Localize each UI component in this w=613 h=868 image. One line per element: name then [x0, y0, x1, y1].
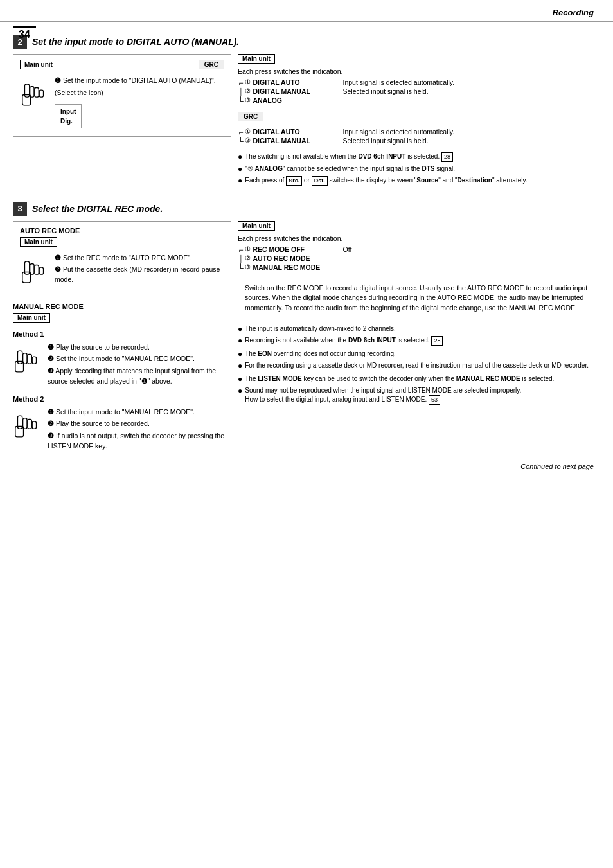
svg-rect-4 [39, 90, 43, 97]
step2-right: Main unit Each press switches the indica… [238, 54, 600, 188]
step3-content: AUTO REC MODE Main unit ❶ Set [13, 221, 600, 456]
page-title: Recording [553, 8, 594, 17]
hand-icon-3 [13, 345, 41, 377]
step2-right-main: Main unit Each press switches the indica… [238, 54, 600, 105]
info-box: Switch on the REC MODE to record a digit… [238, 278, 600, 319]
svg-rect-18 [28, 419, 31, 429]
auto-rec-unit: Main unit [20, 237, 57, 247]
step2-each-press: Each press switches the indication. [238, 67, 600, 75]
page-number: 34 [13, 26, 36, 40]
note-item: ● Sound may not be reproduced when the i… [238, 386, 600, 405]
auto-rec-label: AUTO REC MODE [20, 227, 224, 235]
note-item: ● For the recording using a cassette dec… [238, 361, 600, 370]
svg-rect-9 [39, 267, 43, 274]
note-item: ● The LISTEN MODE key can be used to swi… [238, 375, 600, 384]
auto-rec-steps: ❶ Set the REC mode to "AUTO REC MODE". ❷… [55, 253, 224, 287]
divider [13, 195, 600, 195]
step2-header: 2 Set the input mode to DIGITAL AUTO (MA… [13, 35, 600, 49]
method1-hand: ❶ Play the source to be recorded. ❷ Set … [13, 340, 231, 391]
mode-item: ③ ANALOG [245, 96, 455, 104]
svg-rect-14 [32, 357, 36, 364]
page: Recording 34 2 Set the input mode to DIG… [0, 0, 613, 868]
mode-item: ① DIGITAL AUTO Input signal is detected … [245, 128, 455, 136]
auto-rec-hand: ❶ Set the REC mode to "AUTO REC MODE". ❷… [20, 251, 224, 290]
manual-rec-section: MANUAL REC MODE Main unit Method 1 [13, 303, 231, 456]
note-item: ● "③ ANALOG" cannot be selected when the… [238, 164, 600, 173]
step2-instructions: ❶ Set the input mode to "DIGITAL AUTO (M… [55, 76, 216, 128]
note-item: ● The input is automatically down-mixed … [238, 324, 600, 333]
mode-item: ① DIGITAL AUTO Input signal is detected … [245, 78, 455, 86]
step3-modes: ① REC MODE OFF Off ② AUTO REC MODE ③ MAN… [245, 245, 352, 272]
step3-left: AUTO REC MODE Main unit ❶ Set [13, 221, 231, 456]
method2-label: Method 2 [13, 395, 231, 403]
mode-item: ② AUTO REC MODE [245, 254, 352, 262]
svg-rect-19 [32, 421, 36, 429]
step3-title: Select the DIGITAL REC mode. [32, 204, 163, 214]
method2-steps: ❶ Set the input mode to "MANUAL REC MODE… [48, 407, 231, 454]
step2-left: Main unit GRC ❶ Set the i [13, 54, 231, 188]
step3: 3 Select the DIGITAL REC mode. AUTO REC … [13, 202, 600, 456]
step2-grc-modes: ① DIGITAL AUTO Input signal is detected … [245, 128, 455, 146]
note-item: ● The EON overriding does not occur duri… [238, 350, 600, 359]
note-item: ● Each press of Src. or Dst. switches th… [238, 176, 600, 186]
step3-header: 3 Select the DIGITAL REC mode. [13, 202, 600, 216]
manual-rec-label: MANUAL REC MODE [13, 303, 231, 310]
mode-item: ③ MANUAL REC MODE [245, 263, 352, 271]
step3-right-unit: Main unit [238, 221, 275, 231]
mode-item: ② DIGITAL MANUAL Selected input signal i… [245, 87, 455, 95]
manual-rec-unit: Main unit [13, 313, 50, 323]
auto-rec-box: AUTO REC MODE Main unit ❶ Set [13, 221, 231, 296]
step2-content: Main unit GRC ❶ Set the i [13, 54, 600, 188]
note-item: ● Recording is not available when the DV… [238, 336, 600, 346]
step2-unit-label: Main unit [20, 60, 57, 69]
hand-icon [20, 78, 48, 111]
method1-steps: ❶ Play the source to be recorded. ❷ Set … [48, 342, 231, 389]
hand-icon-4 [13, 410, 41, 442]
step2-hand-container: ❶ Set the input mode to "DIGITAL AUTO (M… [20, 73, 224, 131]
step2-right-grc-label: GRC [238, 112, 263, 121]
step2-modes: ① DIGITAL AUTO Input signal is detected … [245, 78, 455, 105]
mode-item: ① REC MODE OFF Off [245, 245, 352, 253]
step3-right: Main unit Each press switches the indica… [238, 221, 600, 456]
hand-icon-2 [20, 256, 48, 288]
step2-title: Set the input mode to DIGITAL AUTO (MANU… [32, 37, 239, 47]
step3-notes: ● The input is automatically down-mixed … [238, 324, 600, 405]
svg-rect-3 [35, 88, 39, 98]
svg-rect-13 [28, 354, 31, 364]
step2-instr-box: Main unit GRC ❶ Set the i [13, 54, 231, 137]
step2-grc-label: GRC [199, 60, 224, 69]
mode-item: ② DIGITAL MANUAL Selected input signal i… [245, 137, 455, 145]
step2-notes: ● The switching is not available when th… [238, 152, 600, 186]
step2-right-unit-label: Main unit [238, 54, 275, 64]
svg-rect-8 [35, 265, 39, 274]
continued-text: Continued to next page [13, 463, 600, 470]
method1-label: Method 1 [13, 330, 231, 338]
note-item: ● The switching is not available when th… [238, 152, 600, 162]
input-indicator: InputDig. [55, 104, 82, 128]
method2-hand: ❶ Set the input mode to "MANUAL REC MODE… [13, 405, 231, 456]
step2-right-grc: GRC ⌐ └ ① DIGITAL AUTO Input signal is d… [238, 112, 600, 146]
step3-badge: 3 [13, 202, 27, 216]
step3-each-press: Each press switches the indication. [238, 235, 600, 242]
content: 2 Set the input mode to DIGITAL AUTO (MA… [0, 22, 613, 483]
page-header: Recording [0, 0, 613, 22]
